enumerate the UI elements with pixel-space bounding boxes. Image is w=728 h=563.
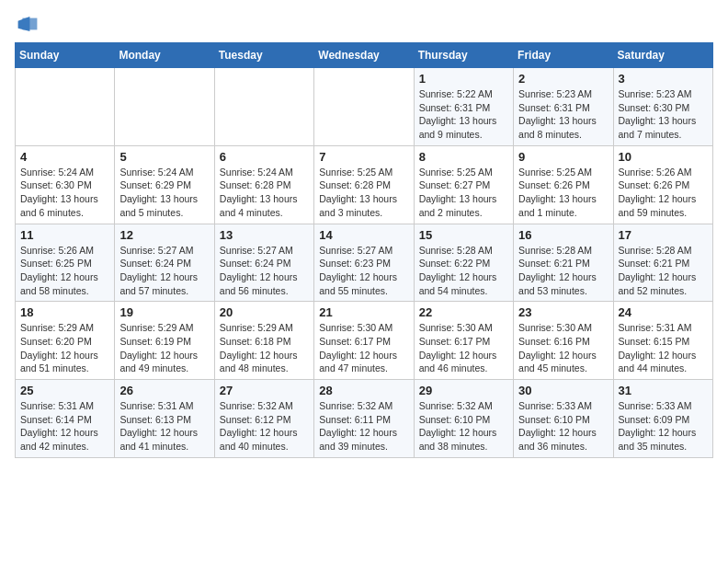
logo-icon bbox=[17, 15, 39, 33]
day-number: 16 bbox=[518, 228, 608, 242]
day-header-thursday: Thursday bbox=[414, 43, 513, 68]
day-info: Sunrise: 5:28 AM Sunset: 6:21 PM Dayligh… bbox=[619, 244, 708, 298]
day-cell: 3Sunrise: 5:23 AM Sunset: 6:30 PM Daylig… bbox=[613, 68, 712, 146]
week-row-3: 11Sunrise: 5:26 AM Sunset: 6:25 PM Dayli… bbox=[16, 224, 713, 302]
day-cell: 27Sunrise: 5:32 AM Sunset: 6:12 PM Dayli… bbox=[214, 380, 313, 458]
day-cell: 12Sunrise: 5:27 AM Sunset: 6:24 PM Dayli… bbox=[115, 224, 214, 302]
week-row-2: 4Sunrise: 5:24 AM Sunset: 6:30 PM Daylig… bbox=[16, 145, 713, 224]
logo bbox=[15, 15, 39, 33]
day-number: 21 bbox=[319, 305, 408, 319]
day-info: Sunrise: 5:30 AM Sunset: 6:17 PM Dayligh… bbox=[319, 321, 408, 375]
day-cell: 19Sunrise: 5:29 AM Sunset: 6:19 PM Dayli… bbox=[115, 302, 214, 380]
day-cell: 20Sunrise: 5:29 AM Sunset: 6:18 PM Dayli… bbox=[214, 302, 313, 380]
day-number: 27 bbox=[220, 384, 309, 397]
day-cell: 26Sunrise: 5:31 AM Sunset: 6:13 PM Dayli… bbox=[115, 380, 214, 458]
day-info: Sunrise: 5:26 AM Sunset: 6:26 PM Dayligh… bbox=[619, 166, 708, 220]
day-cell: 30Sunrise: 5:33 AM Sunset: 6:10 PM Dayli… bbox=[514, 380, 613, 458]
day-number: 18 bbox=[20, 305, 109, 319]
day-number: 5 bbox=[119, 150, 209, 164]
day-number: 22 bbox=[419, 305, 508, 319]
day-info: Sunrise: 5:32 AM Sunset: 6:12 PM Dayligh… bbox=[220, 399, 309, 454]
day-info: Sunrise: 5:24 AM Sunset: 6:29 PM Dayligh… bbox=[119, 166, 209, 220]
day-cell bbox=[115, 68, 214, 146]
day-cell bbox=[16, 68, 115, 146]
day-info: Sunrise: 5:29 AM Sunset: 6:20 PM Dayligh… bbox=[20, 321, 109, 375]
day-number: 2 bbox=[518, 72, 608, 86]
day-number: 3 bbox=[619, 72, 708, 86]
day-info: Sunrise: 5:33 AM Sunset: 6:09 PM Dayligh… bbox=[619, 399, 708, 454]
day-cell: 18Sunrise: 5:29 AM Sunset: 6:20 PM Dayli… bbox=[16, 302, 115, 380]
week-row-1: 1Sunrise: 5:22 AM Sunset: 6:31 PM Daylig… bbox=[16, 68, 713, 146]
day-info: Sunrise: 5:32 AM Sunset: 6:10 PM Dayligh… bbox=[419, 399, 508, 454]
day-cell: 14Sunrise: 5:27 AM Sunset: 6:23 PM Dayli… bbox=[314, 224, 414, 302]
day-number: 24 bbox=[619, 305, 708, 319]
day-info: Sunrise: 5:28 AM Sunset: 6:22 PM Dayligh… bbox=[419, 244, 508, 298]
day-cell: 13Sunrise: 5:27 AM Sunset: 6:24 PM Dayli… bbox=[214, 224, 313, 302]
day-info: Sunrise: 5:25 AM Sunset: 6:27 PM Dayligh… bbox=[419, 166, 508, 220]
day-header-saturday: Saturday bbox=[613, 43, 712, 68]
day-number: 13 bbox=[220, 228, 309, 242]
day-info: Sunrise: 5:24 AM Sunset: 6:28 PM Dayligh… bbox=[220, 166, 309, 220]
day-cell: 1Sunrise: 5:22 AM Sunset: 6:31 PM Daylig… bbox=[414, 68, 513, 146]
day-number: 19 bbox=[119, 305, 209, 319]
day-cell: 24Sunrise: 5:31 AM Sunset: 6:15 PM Dayli… bbox=[613, 302, 712, 380]
day-info: Sunrise: 5:29 AM Sunset: 6:19 PM Dayligh… bbox=[119, 321, 209, 375]
week-row-5: 25Sunrise: 5:31 AM Sunset: 6:14 PM Dayli… bbox=[16, 380, 713, 458]
header bbox=[15, 15, 713, 33]
day-info: Sunrise: 5:27 AM Sunset: 6:24 PM Dayligh… bbox=[119, 244, 209, 298]
day-cell: 16Sunrise: 5:28 AM Sunset: 6:21 PM Dayli… bbox=[514, 224, 613, 302]
day-cell: 10Sunrise: 5:26 AM Sunset: 6:26 PM Dayli… bbox=[613, 145, 712, 224]
day-cell: 5Sunrise: 5:24 AM Sunset: 6:29 PM Daylig… bbox=[115, 145, 214, 224]
day-number: 15 bbox=[419, 228, 508, 242]
day-info: Sunrise: 5:22 AM Sunset: 6:31 PM Dayligh… bbox=[419, 87, 508, 142]
day-info: Sunrise: 5:23 AM Sunset: 6:30 PM Dayligh… bbox=[619, 87, 708, 142]
day-info: Sunrise: 5:29 AM Sunset: 6:18 PM Dayligh… bbox=[220, 321, 309, 375]
day-number: 23 bbox=[518, 305, 608, 319]
day-cell: 31Sunrise: 5:33 AM Sunset: 6:09 PM Dayli… bbox=[613, 380, 712, 458]
day-info: Sunrise: 5:30 AM Sunset: 6:17 PM Dayligh… bbox=[419, 321, 508, 375]
day-info: Sunrise: 5:27 AM Sunset: 6:23 PM Dayligh… bbox=[319, 244, 408, 298]
day-info: Sunrise: 5:33 AM Sunset: 6:10 PM Dayligh… bbox=[518, 399, 608, 454]
day-cell: 9Sunrise: 5:25 AM Sunset: 6:26 PM Daylig… bbox=[514, 145, 613, 224]
day-cell: 15Sunrise: 5:28 AM Sunset: 6:22 PM Dayli… bbox=[414, 224, 513, 302]
day-number: 30 bbox=[518, 384, 608, 397]
day-info: Sunrise: 5:26 AM Sunset: 6:25 PM Dayligh… bbox=[20, 244, 109, 298]
day-number: 12 bbox=[119, 228, 209, 242]
day-info: Sunrise: 5:24 AM Sunset: 6:30 PM Dayligh… bbox=[20, 166, 109, 220]
day-number: 25 bbox=[20, 384, 109, 397]
day-cell: 11Sunrise: 5:26 AM Sunset: 6:25 PM Dayli… bbox=[16, 224, 115, 302]
day-info: Sunrise: 5:27 AM Sunset: 6:24 PM Dayligh… bbox=[220, 244, 309, 298]
day-header-friday: Friday bbox=[514, 43, 613, 68]
day-info: Sunrise: 5:25 AM Sunset: 6:26 PM Dayligh… bbox=[518, 166, 608, 220]
header-row: SundayMondayTuesdayWednesdayThursdayFrid… bbox=[16, 43, 713, 68]
day-number: 8 bbox=[419, 150, 508, 164]
day-number: 29 bbox=[419, 384, 508, 397]
day-number: 31 bbox=[619, 384, 708, 397]
day-cell bbox=[314, 68, 414, 146]
day-number: 1 bbox=[419, 72, 508, 86]
day-info: Sunrise: 5:31 AM Sunset: 6:13 PM Dayligh… bbox=[119, 399, 209, 454]
day-cell bbox=[214, 68, 313, 146]
week-row-4: 18Sunrise: 5:29 AM Sunset: 6:20 PM Dayli… bbox=[16, 302, 713, 380]
day-number: 9 bbox=[518, 150, 608, 164]
day-cell: 21Sunrise: 5:30 AM Sunset: 6:17 PM Dayli… bbox=[314, 302, 414, 380]
day-cell: 17Sunrise: 5:28 AM Sunset: 6:21 PM Dayli… bbox=[613, 224, 712, 302]
day-cell: 8Sunrise: 5:25 AM Sunset: 6:27 PM Daylig… bbox=[414, 145, 513, 224]
day-info: Sunrise: 5:25 AM Sunset: 6:28 PM Dayligh… bbox=[319, 166, 408, 220]
day-cell: 28Sunrise: 5:32 AM Sunset: 6:11 PM Dayli… bbox=[314, 380, 414, 458]
day-info: Sunrise: 5:32 AM Sunset: 6:11 PM Dayligh… bbox=[319, 399, 408, 454]
day-number: 17 bbox=[619, 228, 708, 242]
day-number: 26 bbox=[119, 384, 209, 397]
day-cell: 29Sunrise: 5:32 AM Sunset: 6:10 PM Dayli… bbox=[414, 380, 513, 458]
day-number: 4 bbox=[20, 150, 109, 164]
day-number: 11 bbox=[20, 228, 109, 242]
day-cell: 25Sunrise: 5:31 AM Sunset: 6:14 PM Dayli… bbox=[16, 380, 115, 458]
day-info: Sunrise: 5:28 AM Sunset: 6:21 PM Dayligh… bbox=[518, 244, 608, 298]
day-header-sunday: Sunday bbox=[16, 43, 115, 68]
day-info: Sunrise: 5:31 AM Sunset: 6:14 PM Dayligh… bbox=[20, 399, 109, 454]
day-number: 7 bbox=[319, 150, 408, 164]
day-cell: 6Sunrise: 5:24 AM Sunset: 6:28 PM Daylig… bbox=[214, 145, 313, 224]
day-number: 28 bbox=[319, 384, 408, 397]
calendar-table: SundayMondayTuesdayWednesdayThursdayFrid… bbox=[15, 42, 713, 458]
day-header-tuesday: Tuesday bbox=[214, 43, 313, 68]
